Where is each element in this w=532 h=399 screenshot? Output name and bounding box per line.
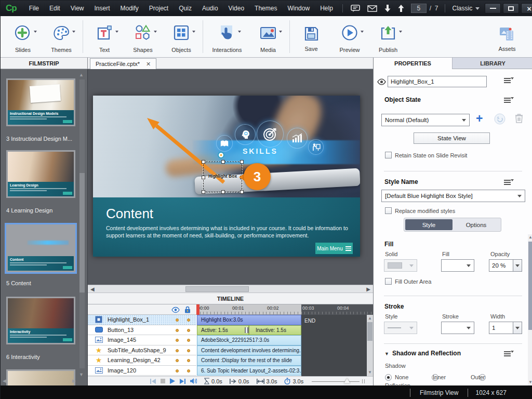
slide-thumbnail-4[interactable]: Learning Design (6, 150, 75, 198)
slide-number-input[interactable]: 5 (411, 4, 427, 13)
maximize-button[interactable] (503, 3, 519, 14)
document-tab[interactable]: PracticeFile.cptx* ✕ (90, 58, 156, 69)
menu-themes[interactable]: Themes (249, 5, 282, 12)
timeline-bar-highlight-box[interactable]: Highlight Box:3.0s (197, 315, 301, 325)
scroll-left-icon[interactable]: ◀ (3, 379, 6, 383)
resize-handle-nw[interactable] (202, 160, 205, 164)
scroll-down-icon[interactable]: ▼ (528, 380, 532, 384)
timeline-bar-image-145[interactable]: AdobeStock_222912517:3.0s (197, 335, 301, 345)
visibility-eye-icon[interactable] (377, 78, 386, 87)
fade-out-dot[interactable] (187, 369, 190, 373)
opacity-dropdown-button[interactable] (513, 259, 522, 272)
comments-icon[interactable] (351, 5, 360, 12)
menu-quiz[interactable]: Quiz (174, 5, 197, 12)
timeline-row-learning-design[interactable]: ★ Learning_Design_42 (88, 355, 196, 366)
fade-out-dot[interactable] (187, 339, 190, 342)
stroke-color-select[interactable] (441, 322, 474, 334)
play-button[interactable] (170, 378, 175, 384)
timeline-bar-image-120[interactable]: 6. Sub Topic Header Layout_2-assets-02:3… (197, 366, 301, 376)
fade-in-dot[interactable] (176, 349, 179, 352)
width-dropdown-button[interactable] (513, 322, 522, 334)
slide-label-5[interactable]: 5 Content (6, 280, 31, 286)
themes-button[interactable]: Themes (42, 16, 81, 57)
assets-button[interactable]: Assets (488, 16, 526, 57)
scroll-down-icon[interactable]: ▼ (368, 370, 372, 375)
scroll-left-icon[interactable]: ◀ (90, 286, 95, 292)
next-button[interactable] (180, 379, 185, 384)
menu-file[interactable]: File (24, 5, 44, 12)
menu-edit[interactable]: Edit (44, 5, 65, 12)
slide-label-3[interactable]: 3 Instructional Design M... (6, 136, 72, 142)
fade-out-dot[interactable] (187, 359, 190, 362)
interactions-button[interactable]: Interactions (205, 16, 249, 57)
rewind-button[interactable] (150, 379, 156, 384)
slide-thumbnail-6[interactable]: Interactivity (6, 297, 75, 344)
main-menu-button[interactable]: Main Menu (315, 243, 353, 254)
stroke-width-combo[interactable]: 1 (489, 322, 522, 334)
tab-library[interactable]: LIBRARY (452, 58, 532, 69)
fade-in-dot[interactable] (176, 329, 179, 332)
minimize-button[interactable] (485, 3, 501, 14)
timeline-row-subtitle[interactable]: ★ SubTitle_AutoShape_9 (88, 345, 196, 356)
opacity-combo[interactable]: 20 % (489, 259, 522, 272)
show-hide-eye-icon[interactable] (171, 306, 180, 315)
object-name-input[interactable] (388, 76, 487, 87)
mail-icon[interactable] (367, 5, 377, 12)
menu-window[interactable]: Window (282, 5, 315, 12)
objects-button[interactable]: Objects (162, 16, 201, 57)
timeline-bar-button-inactive[interactable]: Inactive: 1.5s (249, 325, 301, 336)
fade-out-dot[interactable] (187, 349, 190, 352)
timeline-scrollbar[interactable]: ▲ ▼ (367, 315, 373, 376)
zoom-slider-handle[interactable] (344, 378, 350, 383)
menu-project[interactable]: Project (144, 5, 174, 12)
replace-styles-checkbox[interactable] (385, 207, 392, 214)
timeline-bar-learning-design[interactable]: Content :Display for the rest of the sli… (197, 355, 301, 366)
rotate-handle-icon[interactable] (218, 152, 224, 158)
object-state-select[interactable]: Normal (Default) (381, 114, 470, 126)
shapes-button[interactable]: Shapes (124, 16, 162, 57)
media-button[interactable]: Media (249, 16, 287, 57)
timeline-ruler[interactable]: 00:00 00:01 00:02 00:03 00:04 (196, 304, 373, 315)
close-button[interactable]: × (521, 3, 532, 14)
fade-out-dot[interactable] (187, 329, 190, 332)
slide-label-6[interactable]: 6 Interactivity (6, 354, 40, 360)
timeline-row-image-145[interactable]: Image_145 (88, 335, 196, 345)
scroll-down-icon[interactable]: ▼ (79, 373, 84, 377)
resize-handle-sw[interactable] (202, 190, 205, 194)
timeline-row-highlight-box[interactable]: Highlight_Box_1 (88, 315, 196, 325)
fade-out-dot[interactable] (187, 318, 190, 322)
state-view-button[interactable]: State View (414, 132, 490, 144)
retain-state-checkbox[interactable] (385, 152, 392, 158)
scroll-right-icon[interactable]: ▶ (72, 379, 76, 383)
timeline-scrollbar-thumb[interactable] (367, 322, 373, 341)
scroll-up-icon[interactable]: ▲ (368, 316, 372, 321)
preview-button[interactable]: Preview (330, 16, 369, 57)
add-state-icon[interactable]: + (476, 113, 483, 125)
stroke-width-value[interactable]: 1 (489, 322, 513, 334)
fill-outer-checkbox[interactable] (385, 278, 392, 285)
menu-video[interactable]: Video (223, 5, 249, 12)
tab-close-icon[interactable]: ✕ (146, 61, 151, 68)
properties-scrollbar-thumb[interactable] (528, 242, 532, 330)
slides-button[interactable]: Slides (4, 16, 42, 57)
menu-view[interactable]: View (65, 5, 89, 12)
fade-in-dot[interactable] (176, 318, 179, 322)
opacity-value[interactable]: 20 % (489, 259, 513, 272)
fade-in-dot[interactable] (176, 359, 179, 362)
timeline-row-button[interactable]: Button_13 (88, 325, 196, 336)
resize-handle-s[interactable] (221, 190, 225, 194)
scroll-right-icon[interactable]: ▶ (366, 286, 370, 292)
workspace-select[interactable]: Classic (453, 5, 480, 12)
previous-slide-icon[interactable] (398, 5, 404, 12)
menu-insert[interactable]: Insert (89, 5, 115, 12)
stop-button[interactable] (161, 379, 165, 383)
timeline-bar-button-active[interactable]: Active: 1.5s (197, 325, 249, 336)
menu-audio[interactable]: Audio (197, 5, 223, 12)
lock-icon[interactable] (184, 306, 191, 315)
delete-state-icon[interactable] (515, 113, 523, 125)
collapse-triangle-icon[interactable]: ▼ (384, 351, 389, 356)
scroll-up-icon[interactable]: ▲ (528, 235, 532, 240)
menu-help[interactable]: Help (315, 5, 338, 12)
slide-thumbnail-5-selected[interactable]: Content (6, 224, 75, 272)
playhead[interactable] (196, 304, 200, 315)
